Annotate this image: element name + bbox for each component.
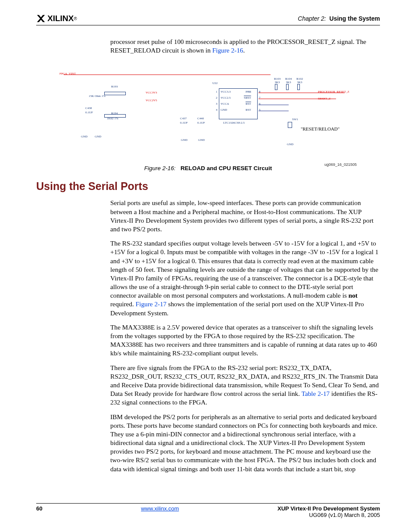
- serial-p5: IBM developed the PS/2 ports for periphe…: [110, 413, 380, 473]
- label-r193: R193: [111, 85, 118, 88]
- label-gnd-b: GND: [95, 135, 101, 138]
- pin-4: 4: [216, 108, 218, 112]
- xilinx-logo: XILINX®: [36, 14, 77, 23]
- label-r103: R103 3K3: [274, 77, 280, 84]
- serial-p4: There are five signals from the FPGA to …: [110, 364, 380, 407]
- label-part: LTC1326CS8-2.5: [223, 121, 245, 124]
- label-u22: U22: [212, 81, 218, 85]
- label-reset-z: RESET_Z: [318, 97, 330, 100]
- label-gnd2: GND: [221, 108, 227, 112]
- label-c440: C440: [197, 117, 204, 120]
- serial-p3: The MAX3388E is a 2.5V powered device th…: [110, 323, 380, 358]
- serial-p2: The RS-232 standard specifies output vol…: [110, 239, 380, 317]
- label-proc-reset: PROCESSOR_RESET_Z: [318, 90, 349, 93]
- label-sw1: SW1: [292, 118, 298, 121]
- chapter-title: Using the System: [330, 15, 380, 22]
- figure-id-label: ug069_16_021505: [324, 162, 357, 167]
- label-c438: C438: [85, 106, 92, 110]
- serial-p2-b: required.: [110, 300, 136, 308]
- label-c437: C437: [180, 117, 187, 120]
- figure-2-16-xref[interactable]: Figure 2-16: [212, 47, 243, 54]
- serial-p2-a: The RS-232 standard specifies output vol…: [110, 240, 379, 299]
- pin-1: 1: [216, 90, 218, 93]
- footer-doc-rev: UG069 (v1.0) March 8, 2005: [309, 512, 380, 518]
- intro-text-2: .: [243, 47, 245, 54]
- label-vcc25: VCC2.5: [221, 96, 230, 100]
- label-c437v: 0.1UF: [180, 121, 188, 124]
- label-reset-reload: "RESET/RELOAD": [301, 126, 339, 131]
- label-rst: RST: [246, 102, 251, 106]
- serial-p1: Serial ports are useful as simple, low-s…: [110, 199, 380, 233]
- page-number: 60: [36, 505, 42, 518]
- label-pbr: PBR: [246, 90, 251, 93]
- label-c438v: 0.1UF: [85, 111, 93, 114]
- circuit-diagram: FPGA_VINT R193 15K Ohm 1% R194 1K62 1% C…: [59, 66, 357, 161]
- figure-caption-title: RELOAD and CPU RESET Circuit: [181, 165, 272, 171]
- page-footer: 60 www.xilinx.com XUP Virtex-II Pro Deve…: [36, 503, 380, 518]
- label-r104: R104 3K3: [285, 77, 292, 84]
- pin-2: 2: [216, 96, 218, 100]
- label-vcc33: VCC3.3: [221, 90, 230, 93]
- label-gnd-c: GND: [181, 138, 187, 142]
- chapter-label: Chapter 2: Using the System: [298, 15, 380, 22]
- label-c440v: 0.1UF: [197, 121, 205, 124]
- logo-x-icon: [36, 14, 46, 23]
- footer-doc-title: XUP Virtex-II Pro Development System: [277, 505, 380, 512]
- label-vcc3v3: VCC3V3: [146, 91, 157, 94]
- label-gnd-a: GND: [81, 135, 87, 138]
- figure-2-16: FPGA_VINT R193 15K Ohm 1% R194 1K62 1% C…: [36, 66, 380, 171]
- label-vcc2v5: VCC2V5: [146, 99, 157, 102]
- pin-3: 3: [216, 102, 218, 106]
- label-gnd-d: GND: [198, 138, 205, 142]
- label-r193v: 15K Ohm 1%: [89, 94, 106, 98]
- logo-registered: ®: [74, 16, 77, 21]
- label-srst: SRST: [244, 96, 251, 100]
- figure-2-17-xref[interactable]: Figure 2-17: [136, 300, 167, 308]
- footer-url-link[interactable]: www.xilinx.com: [141, 505, 179, 512]
- intro-paragraph: processor reset pulse of 100 microsecond…: [110, 37, 380, 55]
- figure-caption-prefix: Figure 2-16:: [144, 165, 176, 171]
- section-heading-serial-ports: Using the Serial Ports: [36, 180, 380, 193]
- chapter-prefix: Chapter 2:: [298, 15, 326, 22]
- table-2-17-xref[interactable]: Table 2-17: [302, 390, 330, 397]
- label-gnd-e: GND: [287, 143, 293, 146]
- label-fpga-vint: FPGA_VINT: [59, 72, 76, 75]
- logo-text: XILINX: [47, 14, 74, 23]
- serial-p2-bold: not: [349, 292, 358, 299]
- label-rst2: RST: [246, 108, 251, 112]
- page-header: XILINX® Chapter 2: Using the System: [36, 14, 380, 25]
- label-vcca: VCCA: [221, 102, 229, 106]
- label-r102: R102 3K3: [296, 77, 303, 84]
